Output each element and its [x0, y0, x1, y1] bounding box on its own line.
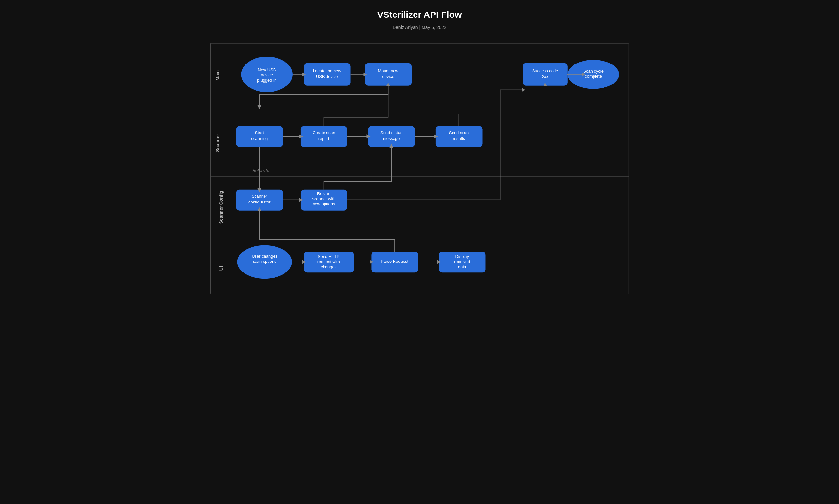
- node-success-line1: Success code: [532, 68, 558, 73]
- node-restart-line2: scanner with: [312, 196, 336, 201]
- node-display-line1: Display: [455, 254, 469, 259]
- node-configurator-line2: configurator: [248, 200, 271, 204]
- node-mount-line2: device: [382, 74, 394, 79]
- node-user-line2: scan options: [253, 259, 276, 264]
- node-status-line2: message: [382, 136, 400, 141]
- node-display-line3: data: [458, 265, 466, 269]
- node-http-line2: request with: [317, 259, 340, 264]
- flow-diagram: Main Scanner Scanner Config UI New USB d…: [210, 43, 629, 294]
- lane-label-ui-text: UI: [218, 266, 223, 271]
- node-start-line1: Start: [255, 130, 264, 135]
- node-scan-complete-line2: complete: [585, 74, 602, 79]
- node-restart-line3: new options: [313, 201, 335, 206]
- lane-label-main-text: Main: [215, 70, 220, 80]
- node-main-usb-line1: New USB: [258, 67, 276, 72]
- node-success-line2: 2xx: [541, 74, 548, 79]
- node-display-line2: received: [454, 259, 470, 264]
- node-create-line2: report: [318, 136, 329, 141]
- subtitle: Deniz Ariyan | May 5, 2022: [393, 25, 446, 30]
- node-locate-line1: Locate the new: [313, 68, 341, 73]
- lane-label-scanner-text: Scanner: [215, 134, 220, 152]
- node-main-usb-line2: device: [261, 73, 272, 77]
- node-restart-line1: Restart: [317, 191, 330, 196]
- node-locate-line2: USB device: [316, 74, 338, 79]
- refers-to-text: Refers to: [252, 168, 269, 173]
- node-user-line1: User changes: [252, 254, 278, 258]
- node-http-line1: Send HTTP: [317, 254, 339, 259]
- node-parse-text: Parse Request: [381, 259, 408, 264]
- node-status-line1: Send status: [380, 130, 403, 135]
- title-divider: [352, 22, 487, 22]
- node-results-line1: Send scan: [449, 130, 469, 135]
- node-mount-line1: Mount new: [378, 68, 398, 73]
- node-scan-complete-line1: Scan cycle: [583, 69, 604, 73]
- page-title: VSterilizer API Flow: [377, 10, 462, 20]
- node-configurator-line1: Scanner: [252, 194, 267, 199]
- node-http-line3: changes: [321, 265, 336, 269]
- node-start-line2: scanning: [251, 136, 268, 141]
- node-create-line1: Create scan: [312, 130, 335, 135]
- lane-label-config-text: Scanner Config: [218, 191, 223, 224]
- node-main-usb-line3: plugged in: [257, 78, 276, 83]
- node-results-line2: results: [452, 136, 465, 141]
